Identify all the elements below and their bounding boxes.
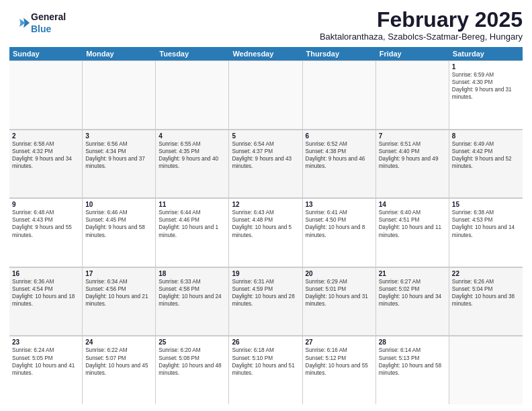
calendar-cell bbox=[449, 336, 523, 404]
calendar-cell bbox=[376, 60, 449, 129]
day-number: 16 bbox=[12, 270, 79, 277]
calendar-row-1: 2Sunrise: 6:58 AM Sunset: 4:32 PM Daylig… bbox=[9, 130, 523, 199]
day-info: Sunrise: 6:14 AM Sunset: 5:13 PM Dayligh… bbox=[379, 347, 446, 376]
calendar-cell: 28Sunrise: 6:14 AM Sunset: 5:13 PM Dayli… bbox=[376, 336, 449, 404]
day-info: Sunrise: 6:29 AM Sunset: 5:01 PM Dayligh… bbox=[306, 278, 373, 308]
calendar-cell bbox=[156, 60, 229, 129]
day-info: Sunrise: 6:54 AM Sunset: 4:37 PM Dayligh… bbox=[232, 140, 299, 170]
calendar-cell: 2Sunrise: 6:58 AM Sunset: 4:32 PM Daylig… bbox=[9, 130, 83, 198]
calendar-cell bbox=[83, 60, 156, 129]
day-number: 5 bbox=[232, 132, 299, 140]
day-info: Sunrise: 6:22 AM Sunset: 5:07 PM Dayligh… bbox=[85, 347, 152, 376]
day-number: 12 bbox=[232, 201, 299, 208]
calendar: Sunday Monday Tuesday Wednesday Thursday… bbox=[9, 47, 523, 404]
calendar-cell bbox=[229, 60, 302, 129]
calendar-row-2: 9Sunrise: 6:48 AM Sunset: 4:43 PM Daylig… bbox=[9, 198, 523, 267]
calendar-cell: 4Sunrise: 6:55 AM Sunset: 4:35 PM Daylig… bbox=[156, 130, 229, 198]
day-number: 11 bbox=[159, 201, 226, 208]
day-info: Sunrise: 6:48 AM Sunset: 4:43 PM Dayligh… bbox=[12, 209, 79, 238]
day-number: 19 bbox=[232, 270, 299, 277]
calendar-cell: 21Sunrise: 6:27 AM Sunset: 5:02 PM Dayli… bbox=[376, 267, 449, 336]
subtitle: Baktaloranthaza, Szabolcs-Szatmar-Bereg,… bbox=[66, 32, 523, 42]
day-number: 27 bbox=[306, 338, 373, 346]
day-number: 17 bbox=[85, 270, 152, 277]
day-info: Sunrise: 6:59 AM Sunset: 4:30 PM Dayligh… bbox=[452, 71, 520, 101]
day-info: Sunrise: 6:31 AM Sunset: 4:59 PM Dayligh… bbox=[232, 278, 299, 308]
calendar-cell: 24Sunrise: 6:22 AM Sunset: 5:07 PM Dayli… bbox=[83, 336, 156, 404]
header-sunday: Sunday bbox=[9, 47, 83, 60]
day-number: 13 bbox=[306, 201, 373, 208]
calendar-cell: 6Sunrise: 6:52 AM Sunset: 4:38 PM Daylig… bbox=[303, 130, 376, 198]
day-number: 18 bbox=[159, 270, 226, 277]
day-info: Sunrise: 6:58 AM Sunset: 4:32 PM Dayligh… bbox=[12, 140, 79, 170]
calendar-row-3: 16Sunrise: 6:36 AM Sunset: 4:54 PM Dayli… bbox=[9, 267, 523, 336]
header-monday: Monday bbox=[83, 47, 156, 60]
logo-general: General bbox=[31, 11, 66, 22]
calendar-cell: 19Sunrise: 6:31 AM Sunset: 4:59 PM Dayli… bbox=[229, 267, 302, 336]
day-info: Sunrise: 6:18 AM Sunset: 5:10 PM Dayligh… bbox=[232, 347, 299, 376]
day-info: Sunrise: 6:40 AM Sunset: 4:51 PM Dayligh… bbox=[379, 209, 446, 238]
day-number: 3 bbox=[85, 132, 152, 140]
day-number: 28 bbox=[379, 338, 446, 346]
day-info: Sunrise: 6:26 AM Sunset: 5:04 PM Dayligh… bbox=[452, 278, 520, 308]
calendar-cell: 11Sunrise: 6:44 AM Sunset: 4:46 PM Dayli… bbox=[156, 198, 229, 267]
calendar-cell: 10Sunrise: 6:46 AM Sunset: 4:45 PM Dayli… bbox=[83, 198, 156, 267]
day-number: 2 bbox=[12, 132, 79, 140]
day-number: 7 bbox=[379, 132, 446, 140]
day-info: Sunrise: 6:36 AM Sunset: 4:54 PM Dayligh… bbox=[12, 278, 79, 308]
page: General Blue February 2025 Baktalorantha… bbox=[0, 0, 532, 411]
header: General Blue February 2025 Baktalorantha… bbox=[9, 8, 523, 42]
calendar-body: 1Sunrise: 6:59 AM Sunset: 4:30 PM Daylig… bbox=[9, 60, 523, 404]
calendar-cell: 5Sunrise: 6:54 AM Sunset: 4:37 PM Daylig… bbox=[229, 130, 302, 198]
day-number: 20 bbox=[306, 270, 373, 277]
calendar-cell: 17Sunrise: 6:34 AM Sunset: 4:56 PM Dayli… bbox=[83, 267, 156, 336]
day-info: Sunrise: 6:51 AM Sunset: 4:40 PM Dayligh… bbox=[379, 140, 446, 170]
day-number: 22 bbox=[452, 270, 520, 277]
day-number: 8 bbox=[452, 132, 520, 140]
day-number: 1 bbox=[452, 63, 520, 71]
day-number: 6 bbox=[306, 132, 373, 140]
calendar-cell: 15Sunrise: 6:38 AM Sunset: 4:53 PM Dayli… bbox=[449, 198, 523, 267]
title-section: February 2025 Baktaloranthaza, Szabolcs-… bbox=[66, 8, 523, 42]
header-tuesday: Tuesday bbox=[156, 47, 229, 60]
calendar-cell: 25Sunrise: 6:20 AM Sunset: 5:08 PM Dayli… bbox=[156, 336, 229, 404]
day-number: 15 bbox=[452, 201, 520, 208]
logo-blue: Blue bbox=[31, 24, 51, 34]
day-info: Sunrise: 6:16 AM Sunset: 5:12 PM Dayligh… bbox=[306, 347, 373, 376]
logo-icon bbox=[9, 17, 30, 29]
calendar-cell: 13Sunrise: 6:41 AM Sunset: 4:50 PM Dayli… bbox=[303, 198, 376, 267]
calendar-cell: 18Sunrise: 6:33 AM Sunset: 4:58 PM Dayli… bbox=[156, 267, 229, 336]
day-number: 4 bbox=[159, 132, 226, 140]
calendar-cell: 23Sunrise: 6:24 AM Sunset: 5:05 PM Dayli… bbox=[9, 336, 83, 404]
day-number: 9 bbox=[12, 201, 79, 208]
day-info: Sunrise: 6:46 AM Sunset: 4:45 PM Dayligh… bbox=[85, 209, 152, 238]
calendar-cell bbox=[9, 60, 83, 129]
day-info: Sunrise: 6:27 AM Sunset: 5:02 PM Dayligh… bbox=[379, 278, 446, 308]
calendar-cell: 14Sunrise: 6:40 AM Sunset: 4:51 PM Dayli… bbox=[376, 198, 449, 267]
main-title: February 2025 bbox=[66, 8, 523, 32]
day-info: Sunrise: 6:41 AM Sunset: 4:50 PM Dayligh… bbox=[306, 209, 373, 238]
calendar-cell: 12Sunrise: 6:43 AM Sunset: 4:48 PM Dayli… bbox=[229, 198, 302, 267]
calendar-cell: 7Sunrise: 6:51 AM Sunset: 4:40 PM Daylig… bbox=[376, 130, 449, 198]
calendar-cell: 27Sunrise: 6:16 AM Sunset: 5:12 PM Dayli… bbox=[303, 336, 376, 404]
day-info: Sunrise: 6:33 AM Sunset: 4:58 PM Dayligh… bbox=[159, 278, 226, 308]
header-thursday: Thursday bbox=[303, 47, 376, 60]
day-info: Sunrise: 6:43 AM Sunset: 4:48 PM Dayligh… bbox=[232, 209, 299, 238]
logo: General Blue bbox=[9, 11, 66, 35]
day-number: 25 bbox=[159, 338, 226, 346]
day-number: 26 bbox=[232, 338, 299, 346]
day-number: 23 bbox=[12, 338, 79, 346]
calendar-cell: 9Sunrise: 6:48 AM Sunset: 4:43 PM Daylig… bbox=[9, 198, 83, 267]
header-friday: Friday bbox=[376, 47, 449, 60]
calendar-cell: 1Sunrise: 6:59 AM Sunset: 4:30 PM Daylig… bbox=[449, 60, 523, 129]
day-number: 21 bbox=[379, 270, 446, 277]
day-info: Sunrise: 6:38 AM Sunset: 4:53 PM Dayligh… bbox=[452, 209, 520, 238]
calendar-cell: 3Sunrise: 6:56 AM Sunset: 4:34 PM Daylig… bbox=[83, 130, 156, 198]
day-info: Sunrise: 6:24 AM Sunset: 5:05 PM Dayligh… bbox=[12, 347, 79, 376]
header-wednesday: Wednesday bbox=[229, 47, 302, 60]
calendar-cell: 26Sunrise: 6:18 AM Sunset: 5:10 PM Dayli… bbox=[229, 336, 302, 404]
calendar-cell: 22Sunrise: 6:26 AM Sunset: 5:04 PM Dayli… bbox=[449, 267, 523, 336]
calendar-cell: 20Sunrise: 6:29 AM Sunset: 5:01 PM Dayli… bbox=[303, 267, 376, 336]
day-number: 24 bbox=[85, 338, 152, 346]
calendar-cell: 8Sunrise: 6:49 AM Sunset: 4:42 PM Daylig… bbox=[449, 130, 523, 198]
